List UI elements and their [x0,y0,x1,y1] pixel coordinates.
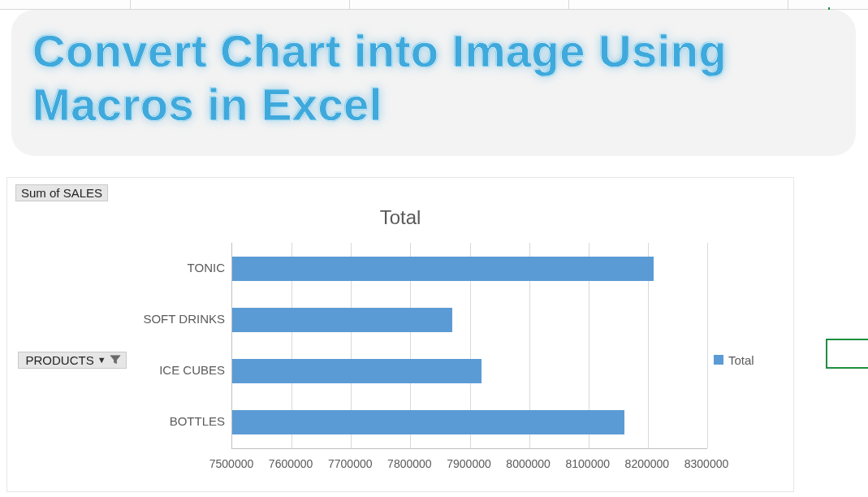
gridline [707,243,708,448]
category-label: SOFT DRINKS [143,312,225,326]
plot-area [231,243,707,449]
page-title: Convert Chart into Image Using Macros in… [32,24,835,132]
legend-label: Total [728,353,754,367]
x-tick-label: 8100000 [565,457,610,470]
category-label: BOTTLES [170,414,225,428]
bar [232,257,654,281]
x-tick-label: 8000000 [506,457,551,470]
title-banner: Convert Chart into Image Using Macros in… [11,10,856,156]
bar [232,359,482,383]
pivot-chart[interactable]: Sum of SALES Total PRODUCTS ▼ TONICSOFT … [6,177,794,492]
x-tick-label: 8200000 [625,457,670,470]
x-tick-label: 7900000 [447,457,491,470]
plot-column: 7500000760000077000007800000790000080000… [231,243,707,477]
category-axis-field-button[interactable]: PRODUCTS ▼ [18,352,126,369]
category-labels: TONICSOFT DRINKSICE CUBESBOTTLES [129,243,231,477]
filter-icon [110,354,121,365]
category-axis-field-label: PRODUCTS [25,353,93,367]
x-tick-label: 8300000 [684,457,729,470]
bar [232,410,624,434]
legend-item-total: Total [714,353,754,367]
x-tick-label: 7700000 [328,457,373,470]
sheet-gridlines [0,0,868,10]
chart-legend: Total [707,243,785,477]
bar [232,308,452,332]
legend-swatch [714,355,723,365]
category-label: ICE CUBES [159,363,225,377]
x-tick-label: 7500000 [209,457,254,470]
category-axis-field-col: PRODUCTS ▼ [15,243,129,477]
adjacent-cell-selection [826,339,868,369]
x-tick-label: 7600000 [269,457,313,470]
pivot-field-title-button[interactable]: Sum of SALES [15,184,108,201]
chevron-down-icon: ▼ [97,355,106,365]
chart-title: Total [15,206,785,229]
x-tick-label: 7800000 [387,457,432,470]
chart-body: PRODUCTS ▼ TONICSOFT DRINKSICE CUBESBOTT… [15,243,785,477]
category-label: TONIC [188,261,225,274]
